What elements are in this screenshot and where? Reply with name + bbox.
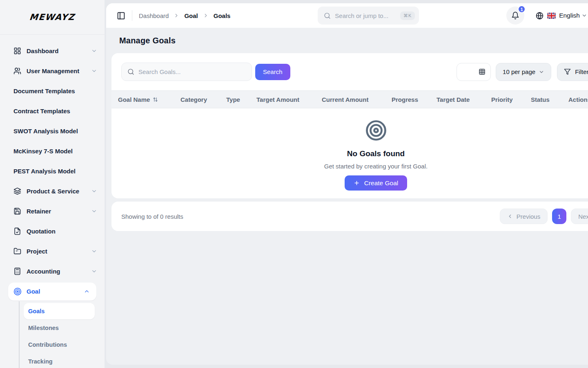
- breadcrumb-dashboard[interactable]: Dashboard: [139, 12, 169, 19]
- breadcrumb-goals[interactable]: Goals: [214, 12, 231, 19]
- list-icon: [462, 68, 469, 75]
- brand-logo: MEWAYZ: [29, 12, 76, 22]
- chevron-down-icon: [581, 13, 587, 18]
- breadcrumb-goal[interactable]: Goal: [184, 12, 198, 19]
- page-header: Manage Goals: [106, 28, 588, 53]
- file-check-icon: [13, 227, 21, 235]
- sidebar-item-quotation[interactable]: Quotation: [0, 221, 105, 241]
- goals-search-input[interactable]: [138, 68, 246, 75]
- sidebar-item-label: Accounting: [27, 267, 91, 275]
- create-goal-label: Create Goal: [364, 180, 399, 187]
- sidebar-subitem-label: Milestones: [28, 325, 59, 331]
- sidebar-item-retainer[interactable]: Retainer: [0, 201, 105, 221]
- sidebar-item-label: Product & Service: [27, 187, 91, 195]
- goal-submenu: Goals Milestones Contributions Tracking: [0, 303, 105, 368]
- view-toggle: [457, 63, 491, 81]
- column-priority: Priority: [491, 96, 531, 103]
- target-icon: [13, 287, 21, 296]
- sidebar-subitem-label: Contributions: [28, 341, 67, 348]
- chevron-down-icon: [91, 48, 97, 54]
- next-label: Next: [578, 213, 588, 220]
- empty-state-title: No Goals found: [123, 149, 588, 158]
- previous-page-button[interactable]: Previous: [500, 209, 548, 224]
- chevron-right-icon: [203, 13, 209, 18]
- save-icon: [13, 207, 21, 215]
- per-page-select[interactable]: 10 per page: [496, 63, 551, 81]
- per-page-label: 10 per page: [503, 68, 535, 75]
- chevron-down-icon: [91, 208, 97, 214]
- sort-icon[interactable]: [152, 96, 158, 103]
- users-icon: [13, 67, 21, 75]
- column-goal-name: Goal Name: [118, 96, 180, 103]
- sidebar-item-document-templates[interactable]: Document Templates: [0, 81, 105, 101]
- language-selector[interactable]: English: [536, 12, 587, 20]
- global-search-input[interactable]: [335, 12, 400, 19]
- goals-table-header: Goal Name Category Type Target Amount Cu…: [111, 90, 588, 108]
- list-view-button[interactable]: [457, 63, 474, 81]
- bell-icon: [511, 11, 519, 20]
- sidebar-item-label: McKinsey 7-S Model: [13, 147, 97, 155]
- filters-label: Filters: [575, 68, 588, 75]
- next-page-button[interactable]: Next: [571, 209, 588, 224]
- column-type: Type: [226, 96, 256, 103]
- sidebar-item-product-service[interactable]: Product & Service: [0, 181, 105, 201]
- pager: Previous 1 Next: [500, 209, 588, 224]
- sidebar-item-label: Goal: [27, 287, 84, 295]
- sidebar-subitem-tracking[interactable]: Tracking: [0, 353, 105, 368]
- global-search[interactable]: ⌘K: [318, 7, 419, 25]
- main-area: Dashboard Goal Goals ⌘K 1: [106, 3, 588, 365]
- sidebar-subitem-label: Goals: [28, 308, 45, 314]
- create-goal-button[interactable]: Create Goal: [345, 175, 408, 191]
- sidebar-item-swot-analysis[interactable]: SWOT Analysis Model: [0, 121, 105, 141]
- header-actions: 1 English: [506, 7, 588, 25]
- sidebar-item-dashboard[interactable]: Dashboard: [0, 41, 105, 61]
- page-number-button[interactable]: 1: [552, 209, 566, 224]
- sidebar-subitem-contributions[interactable]: Contributions: [0, 336, 105, 353]
- logo-container: MEWAYZ: [0, 0, 105, 35]
- sidebar-item-project[interactable]: Project: [0, 241, 105, 261]
- header-divider: [132, 10, 132, 21]
- sidebar-subitem-milestones[interactable]: Milestones: [0, 319, 105, 336]
- chevron-up-icon: [84, 288, 90, 294]
- empty-state: No Goals found Get started by creating y…: [111, 108, 588, 198]
- goals-panel: Search: [111, 53, 588, 198]
- sidebar-subitem-goals[interactable]: Goals: [24, 303, 95, 319]
- chevron-down-icon: [539, 69, 544, 75]
- column-progress: Progress: [392, 96, 437, 103]
- sidebar: MEWAYZ Dashboard User Management Documen…: [0, 0, 105, 368]
- filters-button[interactable]: Filters: [557, 63, 588, 81]
- search-button[interactable]: Search: [255, 64, 290, 80]
- target-large-icon: [365, 119, 387, 141]
- globe-icon: [536, 12, 543, 20]
- grid-view-button[interactable]: [474, 63, 490, 81]
- pagination-bar: Showing to of 0 results Previous 1 Next: [111, 202, 588, 231]
- sidebar-item-contract-templates[interactable]: Contract Templates: [0, 101, 105, 121]
- search-icon: [127, 68, 134, 75]
- goals-toolbar: Search: [111, 53, 588, 90]
- uk-flag-icon: [547, 13, 556, 19]
- language-label: English: [559, 12, 580, 19]
- column-target-date: Target Date: [437, 96, 491, 103]
- goals-search-field[interactable]: [121, 63, 252, 81]
- folder-icon: [13, 247, 21, 255]
- sidebar-item-label: SWOT Analysis Model: [13, 127, 97, 135]
- notification-count-badge: 1: [518, 5, 526, 13]
- column-actions: Actions: [568, 96, 588, 103]
- notifications-button[interactable]: 1: [506, 7, 524, 25]
- sidebar-item-goal[interactable]: Goal: [8, 283, 96, 301]
- search-icon: [324, 12, 331, 19]
- column-current-amount: Current Amount: [322, 96, 392, 103]
- sidebar-item-label: Dashboard: [27, 47, 91, 55]
- sidebar-item-accounting[interactable]: Accounting: [0, 261, 105, 281]
- chevron-down-icon: [91, 188, 97, 194]
- funnel-icon: [564, 68, 571, 75]
- column-category: Category: [180, 96, 226, 103]
- sidebar-subitem-label: Tracking: [28, 358, 53, 365]
- results-summary: Showing to of 0 results: [121, 213, 183, 220]
- sidebar-item-pest-analysis[interactable]: PEST Analysis Model: [0, 161, 105, 181]
- grid-icon: [13, 47, 21, 55]
- breadcrumb: Dashboard Goal Goals: [139, 12, 230, 19]
- sidebar-toggle-button[interactable]: [117, 11, 125, 20]
- sidebar-item-user-management[interactable]: User Management: [0, 61, 105, 81]
- sidebar-item-mckinsey-7s[interactable]: McKinsey 7-S Model: [0, 141, 105, 161]
